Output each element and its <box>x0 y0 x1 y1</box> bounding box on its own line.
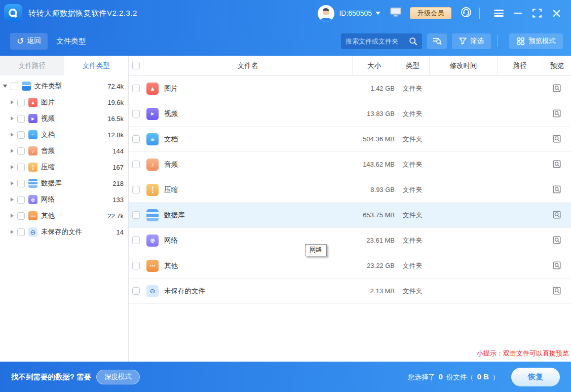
table-row[interactable]: ≡文档504.36 MB文件夹 <box>129 127 571 152</box>
tab-file-type[interactable]: 文件类型 <box>64 56 129 75</box>
tree-item[interactable]: ⋯其他22.7k <box>0 208 128 224</box>
checkbox[interactable] <box>17 212 25 220</box>
database-icon <box>28 179 37 188</box>
checkbox[interactable] <box>17 115 25 123</box>
back-button[interactable]: ↺ 返回 <box>10 33 48 50</box>
file-name-cell: ♪音频 <box>143 159 352 171</box>
checkbox[interactable] <box>17 196 25 204</box>
preview-icon[interactable] <box>552 236 562 245</box>
table-row[interactable]: ┋压缩8.93 GB文件夹 <box>129 177 571 203</box>
minimize-button[interactable] <box>510 6 525 21</box>
table-row[interactable]: ⊖未保存的文件2.13 MB文件夹 <box>129 279 571 304</box>
tree-item[interactable]: 数据库218 <box>0 175 128 191</box>
filter-button[interactable]: 筛选 <box>452 33 491 49</box>
file-type: 文件夹 <box>396 109 429 119</box>
table-row[interactable]: ⊕网络23.61 MB文件夹 <box>129 228 571 253</box>
chevron-right-icon[interactable] <box>11 149 14 153</box>
checkbox[interactable] <box>132 211 140 219</box>
checkbox[interactable] <box>17 164 25 171</box>
tree-item[interactable]: ⊖未保存的文件14 <box>0 224 128 240</box>
chevron-down-icon[interactable] <box>375 12 380 15</box>
menu-icon[interactable] <box>491 6 506 21</box>
header-type[interactable]: 类型 <box>396 56 429 75</box>
tree-item[interactable]: ♪音频144 <box>0 143 128 159</box>
checkbox[interactable] <box>132 135 140 143</box>
checkbox[interactable] <box>132 237 140 244</box>
tree-item-count: 133 <box>112 196 124 204</box>
preview-icon[interactable] <box>552 261 562 270</box>
chevron-right-icon[interactable] <box>11 230 14 234</box>
file-table: 文件名 大小 类型 修改时间 路径 预览 ▲图片1.42 GB文件夹 ▶视频13… <box>129 56 571 362</box>
chevron-right-icon[interactable] <box>11 198 14 202</box>
selection-summary: 您选择了 0 份文件（ 0 B ） <box>408 372 499 382</box>
checkbox[interactable] <box>11 83 18 90</box>
chevron-right-icon[interactable] <box>11 133 14 137</box>
customer-support-icon[interactable] <box>460 6 472 20</box>
preview-icon[interactable] <box>552 109 562 119</box>
close-button[interactable] <box>549 6 564 21</box>
video-icon: ▶ <box>28 114 37 123</box>
table-row[interactable]: ▲图片1.42 GB文件夹 <box>129 76 571 101</box>
header-select-all[interactable] <box>129 56 143 75</box>
checkbox[interactable] <box>132 161 140 168</box>
deep-scan-question: 找不到需要的数据? 需要 <box>11 372 91 382</box>
tree-item-label: 压缩 <box>41 163 112 172</box>
upgrade-vip-button[interactable]: 升级会员 <box>410 7 451 19</box>
tree-item[interactable]: ┋压缩167 <box>0 159 128 175</box>
tree-item[interactable]: ▲图片19.6k <box>0 94 128 110</box>
zip-icon: ┋ <box>28 163 37 172</box>
chevron-right-icon[interactable] <box>11 116 14 121</box>
checkbox[interactable] <box>132 186 140 193</box>
tree-item[interactable]: ⊕网络133 <box>0 191 128 208</box>
tree-item[interactable]: ▶视频16.5k <box>0 110 128 127</box>
preview-icon[interactable] <box>552 185 562 194</box>
checkbox[interactable] <box>17 147 25 155</box>
checkbox[interactable] <box>132 110 140 117</box>
checkbox[interactable] <box>132 287 140 295</box>
checkbox[interactable] <box>17 99 25 106</box>
checkbox[interactable] <box>132 62 140 69</box>
table-row[interactable]: ♪音频143.62 MB文件夹 <box>129 152 571 177</box>
preview-mode-button[interactable]: 预览模式 <box>509 33 563 49</box>
sidebar-tabs: 文件路径 文件类型 <box>0 56 128 75</box>
table-row[interactable]: 数据库653.75 MB文件夹 <box>129 203 571 228</box>
checkbox[interactable] <box>132 85 140 92</box>
deep-mode-button[interactable]: 深度模式 <box>96 370 140 384</box>
header-size[interactable]: 大小 <box>352 56 396 75</box>
avatar[interactable] <box>318 5 334 22</box>
preview-cell <box>543 185 571 194</box>
preview-icon[interactable] <box>552 84 562 93</box>
chevron-right-icon[interactable] <box>11 181 14 185</box>
chevron-right-icon[interactable] <box>11 214 14 218</box>
preview-icon[interactable] <box>552 210 562 220</box>
tree-item[interactable]: 文件类型72.4k <box>0 78 128 94</box>
checkbox[interactable] <box>17 228 25 236</box>
header-path[interactable]: 路径 <box>497 56 543 75</box>
preview-icon[interactable] <box>552 286 562 296</box>
checkbox[interactable] <box>17 180 25 187</box>
table-row[interactable]: ▶视频13.83 GB文件夹 <box>129 101 571 127</box>
tree-item-label: 其他 <box>41 211 107 220</box>
preview-icon[interactable] <box>552 134 562 144</box>
header-preview[interactable]: 预览 <box>543 56 571 75</box>
monitor-icon[interactable] <box>390 7 402 20</box>
advanced-search-button[interactable] <box>427 33 447 49</box>
image-icon: ▲ <box>28 98 37 107</box>
chevron-right-icon[interactable] <box>11 165 14 169</box>
recover-button[interactable]: 恢复 <box>511 368 560 386</box>
header-mtime[interactable]: 修改时间 <box>429 56 497 75</box>
table-row[interactable]: ⋯其他23.22 GB文件夹 <box>129 253 571 279</box>
maximize-button[interactable] <box>529 6 545 21</box>
file-size: 2.13 MB <box>352 287 396 295</box>
preview-icon[interactable] <box>552 160 562 169</box>
checkbox[interactable] <box>132 262 140 269</box>
checkbox[interactable] <box>17 131 25 139</box>
tree-item[interactable]: ≡文档12.8k <box>0 127 128 143</box>
search-input[interactable] <box>346 37 409 45</box>
tab-file-path[interactable]: 文件路径 <box>0 56 64 75</box>
header-filename[interactable]: 文件名 <box>143 56 352 75</box>
tooltip: 网络 <box>305 244 327 256</box>
chevron-down-icon[interactable] <box>3 85 7 88</box>
chevron-right-icon[interactable] <box>11 100 14 104</box>
search-box[interactable] <box>341 33 422 49</box>
